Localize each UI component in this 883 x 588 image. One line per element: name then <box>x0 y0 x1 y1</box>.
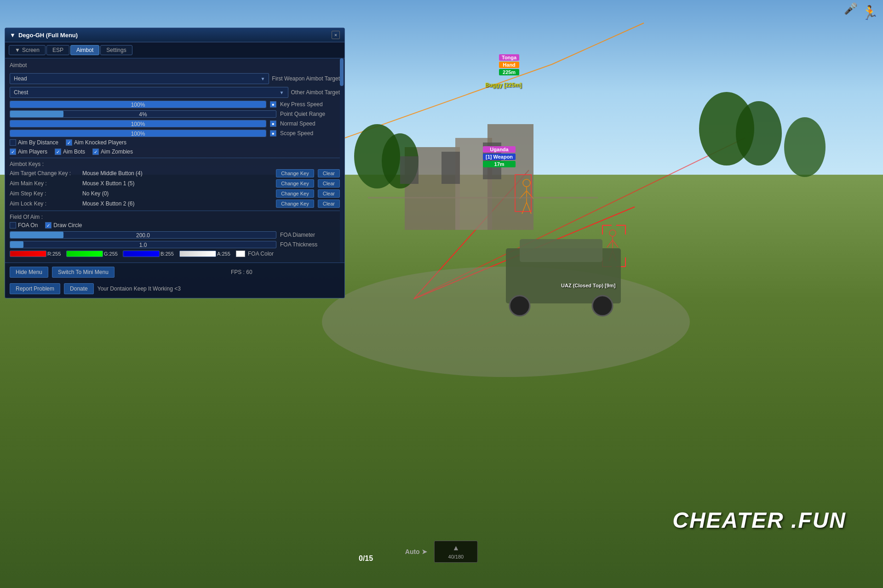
aim-lock-change-key-button[interactable]: Change Key <box>276 200 314 208</box>
aim-main-change-key-button[interactable]: Change Key <box>276 179 314 188</box>
auto-label: Auto ➤ <box>405 548 427 555</box>
draw-circle-item[interactable]: Draw Circle <box>45 222 82 228</box>
point-quiet-range-row: 4% Point Quiet Range <box>10 110 340 118</box>
foa-diameter-row: 200.0 FOA Diameter <box>10 231 340 239</box>
key-press-speed-label: Key Press Speed <box>280 101 340 108</box>
draw-circle-checkbox[interactable] <box>45 222 52 228</box>
color-b-slider[interactable] <box>123 251 160 257</box>
switch-mini-menu-button[interactable]: Switch To Mini Menu <box>52 267 115 278</box>
aim-bots-label: Aim Bots <box>63 148 85 155</box>
foa-thickness-slider[interactable]: 1.0 <box>10 241 276 248</box>
aim-players-checkbox[interactable] <box>10 148 16 155</box>
first-weapon-label: First Weapon Aimbot Target <box>272 75 340 82</box>
aim-target-clear-button[interactable]: Clear <box>318 169 340 177</box>
aim-knocked-label: Aim Knocked Players <box>74 139 126 146</box>
aim-bots-item[interactable]: Aim Bots <box>55 148 85 155</box>
menu-title: ▼ Dego-GH (Full Menu) <box>10 32 78 39</box>
foa-diameter-label: FOA Diameter <box>280 232 340 238</box>
foa-on-checkbox[interactable] <box>10 222 16 228</box>
scope-speed-slider[interactable]: 100% <box>10 130 266 137</box>
ammo-current: 40/180 <box>448 554 464 559</box>
first-weapon-row: Head ▼ First Weapon Aimbot Target <box>10 73 340 84</box>
tab-dropdown-icon: ▼ <box>15 47 20 53</box>
normal-speed-label: Normal Speed <box>280 120 340 127</box>
scope-speed-row: 100% ■ Scope Speed <box>10 130 340 137</box>
draw-circle-label: Draw Circle <box>53 222 82 228</box>
cheat-menu: ▼ Dego-GH (Full Menu) × ▼ Screen ESP Aim… <box>5 28 345 298</box>
aim-main-key-label: Aim Main Key : <box>10 180 79 187</box>
donate-button[interactable]: Donate <box>64 283 94 294</box>
menu-tabs: ▼ Screen ESP Aimbot Settings <box>5 42 344 58</box>
aim-by-distance-label: Aim By Distance <box>18 139 58 146</box>
normal-speed-row: 100% ■ Normal Speed <box>10 120 340 127</box>
aim-step-change-key-button[interactable]: Change Key <box>276 189 314 198</box>
normal-speed-icon: ■ <box>270 120 276 127</box>
footer-row-2: Report Problem Donate Your Dontaion Keep… <box>5 281 344 298</box>
tab-settings[interactable]: Settings <box>100 45 132 55</box>
aim-by-distance-checkbox[interactable] <box>10 139 16 146</box>
aim-main-clear-button[interactable]: Clear <box>318 179 340 188</box>
color-b-label: B:255 <box>161 251 177 257</box>
color-a-label: A:255 <box>217 251 233 257</box>
scrollbar[interactable] <box>340 58 344 263</box>
normal-speed-slider[interactable]: 100% <box>10 120 266 127</box>
foa-thickness-value: 1.0 <box>10 241 276 249</box>
other-target-dropdown[interactable]: Chest ▼ <box>10 87 288 98</box>
foa-color-label: FOA Color <box>248 251 274 257</box>
other-target-row: Chest ▼ Other Aimbot Target <box>10 87 340 98</box>
color-swatch <box>236 251 245 257</box>
weapon-hud: Auto ➤ ▲ 40/180 <box>405 541 478 563</box>
aim-step-clear-button[interactable]: Clear <box>318 189 340 198</box>
key-press-speed-slider[interactable]: 100% <box>10 101 266 108</box>
aim-knocked-checkbox[interactable] <box>66 139 72 146</box>
aim-players-label: Aim Players <box>18 148 47 155</box>
mic-icon: 🎤 <box>844 2 858 15</box>
footer-message: Your Dontaion Keep It Working <3 <box>97 285 340 292</box>
aim-knocked-item[interactable]: Aim Knocked Players <box>66 139 126 146</box>
aim-by-distance-item[interactable]: Aim By Distance <box>10 139 58 146</box>
color-g-slider[interactable] <box>66 251 103 257</box>
color-r-channel: R:255 <box>10 251 63 257</box>
foa-on-label: FOA On <box>18 222 38 228</box>
tab-esp[interactable]: ESP <box>46 45 69 55</box>
foa-diameter-slider[interactable]: 200.0 <box>10 231 276 239</box>
menu-close-button[interactable]: × <box>332 31 340 39</box>
aim-zombies-label: Aim Zombies <box>101 148 133 155</box>
scroll-thumb[interactable] <box>340 58 344 86</box>
aimbot-keys-title: Aimbot Keys : <box>10 161 340 167</box>
tab-screen[interactable]: ▼ Screen <box>9 45 46 55</box>
aim-zombies-checkbox[interactable] <box>92 148 99 155</box>
color-a-slider[interactable] <box>179 251 216 257</box>
color-g-label: G:255 <box>104 251 120 257</box>
report-problem-button[interactable]: Report Problem <box>10 283 60 294</box>
color-r-label: R:255 <box>47 251 63 257</box>
menu-title-text: Dego-GH (Full Menu) <box>18 32 78 39</box>
other-target-value: Chest <box>14 89 28 96</box>
aim-lock-key-value: Mouse X Button 2 (6) <box>82 200 272 207</box>
aim-players-item[interactable]: Aim Players <box>10 148 47 155</box>
hide-menu-button[interactable]: Hide Menu <box>10 267 48 278</box>
aim-lock-clear-button[interactable]: Clear <box>318 200 340 208</box>
foa-on-item[interactable]: FOA On <box>10 222 38 228</box>
aim-step-key-row: Aim Step Key : No Key (0) Change Key Cle… <box>10 189 340 198</box>
point-quiet-range-label: Point Quiet Range <box>280 111 340 117</box>
point-quiet-range-slider[interactable]: 4% <box>10 110 276 118</box>
aim-target-change-row: Aim Target Change Key : Mouse Middle But… <box>10 169 340 177</box>
runner-icon: 🏃 <box>861 5 878 21</box>
menu-titlebar: ▼ Dego-GH (Full Menu) × <box>5 28 344 42</box>
aim-target-change-key-button[interactable]: Change Key <box>276 169 314 177</box>
key-press-speed-icon: ■ <box>270 101 276 108</box>
aim-zombies-item[interactable]: Aim Zombies <box>92 148 133 155</box>
scope-speed-value: 100% <box>10 130 266 137</box>
aim-main-key-row: Aim Main Key : Mouse X Button 1 (5) Chan… <box>10 179 340 188</box>
key-press-speed-value: 100% <box>10 101 266 108</box>
tab-aimbot[interactable]: Aimbot <box>70 45 99 55</box>
aim-step-key-value: No Key (0) <box>82 190 272 197</box>
scope-speed-icon: ■ <box>270 130 276 137</box>
first-weapon-dropdown[interactable]: Head ▼ <box>10 73 269 84</box>
aim-bots-checkbox[interactable] <box>55 148 61 155</box>
divider-1 <box>10 158 340 158</box>
other-target-label: Other Aimbot Target <box>291 89 340 96</box>
color-r-slider[interactable] <box>10 251 46 257</box>
foa-checkbox-row: FOA On Draw Circle <box>10 222 340 228</box>
